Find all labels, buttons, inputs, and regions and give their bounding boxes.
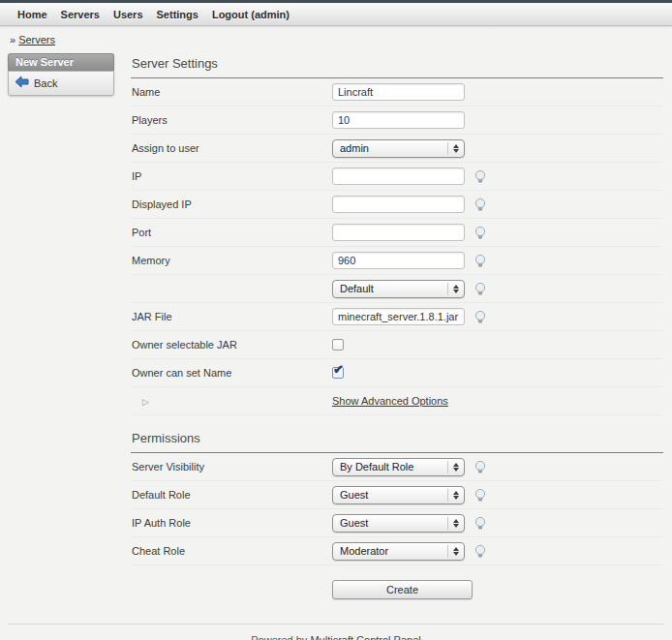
owner-can-set-name-row: Owner can set Name ✔	[131, 359, 663, 387]
port-input[interactable]	[332, 224, 465, 241]
sidebar-panel: New Server Back	[8, 53, 114, 96]
port-label: Port	[131, 227, 332, 238]
server-settings-heading: Server Settings	[131, 51, 663, 78]
sidebar-title: New Server	[8, 53, 114, 71]
profile-selected-value: Default	[333, 283, 447, 294]
cheat-role-row: Cheat Role Moderator	[131, 537, 663, 565]
owner-can-set-name-checkbox[interactable]: ✔	[332, 367, 344, 379]
lightbulb-help-icon[interactable]	[473, 516, 487, 531]
memory-row: Memory	[131, 247, 663, 275]
players-label: Players	[131, 114, 332, 126]
assign-user-select[interactable]: admin	[332, 139, 465, 158]
back-button[interactable]: Back	[15, 76, 107, 90]
owner-selectable-jar-checkbox[interactable]: ✔	[332, 339, 344, 350]
breadcrumb-link-servers[interactable]: Servers	[18, 34, 55, 46]
players-row: Players	[131, 107, 663, 135]
assign-user-label: Assign to user	[131, 142, 332, 154]
nav-item-servers[interactable]: Servers	[54, 9, 107, 20]
show-advanced-options-link[interactable]: Show Advanced Options	[332, 395, 448, 407]
owner-selectable-jar-label: Owner selectable JAR	[131, 339, 332, 350]
players-input[interactable]	[332, 111, 465, 129]
select-stepper-icon	[447, 517, 463, 530]
cheat-role-select[interactable]: Moderator	[332, 542, 465, 561]
lightbulb-help-icon[interactable]	[473, 310, 487, 324]
jar-file-label: JAR File	[131, 311, 332, 322]
server-visibility-selected-value: By Default Role	[333, 461, 447, 472]
displayed-ip-label: Displayed IP	[131, 198, 332, 210]
top-navigation: Home Servers Users Settings Logout (admi…	[0, 0, 672, 26]
breadcrumb: »Servers	[0, 26, 672, 51]
ip-auth-role-label: IP Auth Role	[131, 517, 332, 529]
lightbulb-help-icon[interactable]	[473, 254, 487, 268]
footer-text: Powered by	[251, 634, 307, 640]
lightbulb-help-icon[interactable]	[473, 488, 487, 503]
jar-file-row: JAR File	[131, 303, 663, 331]
default-role-selected-value: Guest	[333, 489, 447, 501]
nav-item-logout[interactable]: Logout (admin)	[205, 9, 296, 20]
cheat-role-selected-value: Moderator	[333, 545, 447, 557]
nav-item-users[interactable]: Users	[107, 9, 150, 20]
select-stepper-icon	[447, 545, 463, 558]
page-footer: Powered by Multicraft Control Panel	[8, 624, 664, 640]
default-role-row: Default Role Guest	[131, 481, 663, 509]
profile-select[interactable]: Default	[332, 280, 465, 298]
lightbulb-help-icon[interactable]	[473, 460, 487, 474]
assign-user-row: Assign to user admin	[131, 135, 663, 163]
ip-input[interactable]	[332, 168, 465, 185]
create-row: Create	[131, 565, 663, 599]
lightbulb-help-icon[interactable]	[473, 226, 487, 240]
create-button[interactable]: Create	[332, 580, 473, 599]
owner-can-set-name-label: Owner can set Name	[131, 367, 332, 379]
jar-file-input[interactable]	[332, 308, 465, 325]
memory-label: Memory	[131, 255, 332, 266]
assign-user-selected-value: admin	[333, 142, 447, 154]
ip-auth-role-selected-value: Guest	[333, 517, 447, 529]
lightbulb-help-icon[interactable]	[473, 544, 487, 559]
default-role-select[interactable]: Guest	[332, 486, 465, 504]
advanced-options-row: ▷ Show Advanced Options	[131, 387, 663, 415]
cheat-role-label: Cheat Role	[131, 545, 332, 557]
ip-auth-role-row: IP Auth Role Guest	[131, 509, 663, 537]
back-button-label: Back	[34, 77, 57, 89]
checkmark-icon: ✔	[333, 363, 344, 376]
select-stepper-icon	[447, 142, 463, 155]
permissions-heading: Permissions	[131, 426, 663, 453]
multicraft-link[interactable]: Multicraft Control Panel	[310, 634, 420, 640]
nav-item-settings[interactable]: Settings	[150, 9, 205, 20]
server-visibility-label: Server Visibility	[131, 461, 332, 472]
lightbulb-help-icon[interactable]	[473, 282, 487, 296]
name-row: Name	[131, 78, 663, 107]
arrow-left-icon	[15, 76, 29, 90]
default-role-label: Default Role	[131, 489, 332, 501]
ip-label: IP	[131, 170, 332, 182]
profile-row: Default	[131, 275, 663, 303]
triangle-right-icon[interactable]: ▷	[132, 397, 149, 407]
displayed-ip-row: Displayed IP	[131, 191, 663, 219]
select-stepper-icon	[447, 283, 463, 295]
name-label: Name	[131, 86, 332, 98]
breadcrumb-marker: »	[10, 34, 15, 46]
lightbulb-help-icon[interactable]	[473, 198, 487, 212]
lightbulb-help-icon[interactable]	[473, 169, 487, 184]
name-input[interactable]	[332, 83, 465, 101]
displayed-ip-input[interactable]	[332, 196, 465, 213]
port-row: Port	[131, 219, 663, 247]
memory-input[interactable]	[332, 252, 465, 269]
ip-row: IP	[131, 163, 663, 191]
select-stepper-icon	[447, 461, 463, 473]
owner-selectable-jar-row: Owner selectable JAR ✔	[131, 331, 663, 359]
ip-auth-role-select[interactable]: Guest	[332, 514, 465, 533]
select-stepper-icon	[447, 489, 463, 502]
server-visibility-select[interactable]: By Default Role	[332, 458, 465, 476]
nav-item-home[interactable]: Home	[11, 9, 54, 20]
server-visibility-row: Server Visibility By Default Role	[131, 453, 663, 481]
